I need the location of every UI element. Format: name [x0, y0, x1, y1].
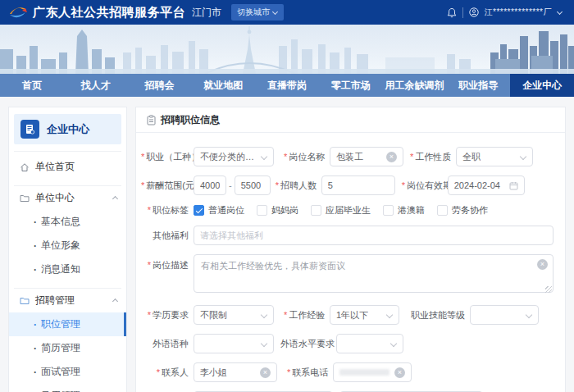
separator	[462, 7, 463, 18]
nav-item-find-talent[interactable]: 找人才	[64, 74, 128, 97]
salary-max-input[interactable]: 5500	[235, 175, 271, 195]
app-title: 广东人社公共招聘服务平台	[33, 5, 185, 21]
occupation-value: 不便分类的其他从业...	[200, 151, 257, 163]
education-select[interactable]: 不限制	[194, 305, 274, 325]
skill-level-label: 职业技能等级	[406, 309, 465, 321]
tag-label: 劳务协作	[452, 204, 488, 217]
username-masked[interactable]: 江**************厂	[485, 7, 552, 18]
current-city: 江门市	[192, 6, 221, 20]
sidebar-item-label: 面试管理	[41, 365, 80, 379]
sidebar-item-resume-management[interactable]: 简历管理	[9, 336, 126, 360]
nav-item-job-fair[interactable]: 招聘会	[128, 74, 192, 97]
salary-max-value: 5500	[241, 180, 264, 190]
salary-min-input[interactable]: 4000	[194, 175, 226, 195]
experience-value: 1年以下	[336, 309, 368, 321]
salary-min-value: 4000	[200, 180, 220, 190]
job-type-select[interactable]: 全职	[456, 147, 533, 166]
chevron-up-icon	[112, 298, 118, 303]
nav-item-gig-market[interactable]: 零工市场	[319, 74, 383, 97]
benefits-input-field[interactable]	[200, 230, 547, 240]
nav-item-live-jobs[interactable]: 直播带岗	[255, 74, 319, 97]
sidebar-item-position-management[interactable]: 职位管理	[9, 312, 126, 336]
experience-select[interactable]: 1年以下	[330, 305, 399, 325]
phone-label: 联系电话	[287, 367, 328, 379]
checkbox[interactable]	[311, 205, 321, 216]
valid-date-value: 2024-02-04	[454, 180, 509, 190]
sidebar-item-hiring-management[interactable]: 录用管理	[9, 384, 126, 392]
checkbox[interactable]	[257, 205, 267, 216]
user-avatar-icon	[469, 7, 479, 17]
switch-city-label: 切换城市	[237, 7, 270, 18]
education-label: 学历要求	[141, 309, 189, 321]
sidebar-item-notifications[interactable]: 消息通知	[9, 258, 126, 281]
switch-city-button[interactable]: 切换城市	[231, 4, 284, 21]
nav-item-employment-map[interactable]: 就业地图	[191, 74, 255, 97]
checkbox[interactable]	[194, 205, 204, 216]
job-name-input[interactable]: 包装工	[330, 147, 403, 166]
tag-label: 妈妈岗	[271, 204, 298, 217]
top-bar: 广东人社公共招聘服务平台 江门市 切换城市	[0, 0, 574, 25]
benefits-input[interactable]	[194, 226, 554, 245]
bell-icon[interactable]	[447, 7, 457, 18]
clear-icon[interactable]	[386, 152, 397, 162]
tag-label: 应届毕业生	[326, 204, 371, 217]
sidebar-item-unit-home[interactable]: 单位首页	[9, 155, 126, 179]
home-icon	[20, 162, 30, 172]
language-level-select[interactable]	[336, 334, 403, 353]
main-nav: 首页 找人才 招聘会 就业地图 直播带岗 零工市场 用工余缺调剂 职业指导 企业…	[0, 74, 574, 97]
headcount-input[interactable]: 5	[321, 175, 395, 195]
sidebar-item-label: 基本信息	[41, 215, 80, 229]
resize-grip[interactable]	[545, 286, 552, 293]
sidebar-group-recruit-management[interactable]: 招聘管理	[9, 289, 126, 312]
tag-checkbox-labor-coop[interactable]: 劳务协作	[437, 204, 488, 217]
nav-item-labor-adjustment[interactable]: 用工余缺调剂	[383, 74, 447, 97]
chevron-down-icon	[273, 10, 278, 15]
tag-label: 港澳籍	[398, 204, 425, 217]
form-row: 学历要求 不限制 工作经验 1年以下 职业技能等级	[141, 305, 555, 325]
foreign-language-select[interactable]	[194, 334, 274, 353]
headcount-value: 5	[328, 180, 389, 190]
phone-input[interactable]	[333, 362, 412, 382]
sidebar-item-label: 消息通知	[41, 262, 80, 276]
sidebar-item-label: 单位形象	[41, 239, 80, 253]
salary-separator: -	[229, 180, 232, 190]
sidebar-item-basic-info[interactable]: 基本信息	[9, 210, 126, 234]
doc-badge-icon	[20, 120, 39, 139]
contact-label: 联系人	[141, 367, 189, 379]
valid-date-picker[interactable]: 2024-02-04	[448, 175, 525, 195]
skill-level-select[interactable]	[470, 305, 539, 325]
tag-checkbox-hk-macau[interactable]: 港澳籍	[383, 204, 425, 217]
form-title: 招聘职位信息	[161, 113, 220, 127]
brand[interactable]: 广东人社公共招聘服务平台 江门市 切换城市	[8, 4, 284, 21]
chevron-down-icon	[390, 340, 397, 347]
education-value: 不限制	[200, 309, 227, 321]
panel-header: 招聘职位信息	[136, 107, 565, 133]
sidebar-group-unit-center[interactable]: 单位中心	[9, 186, 126, 210]
nav-item-enterprise-center[interactable]: 企业中心	[510, 74, 574, 97]
folder-icon	[20, 296, 30, 305]
salary-label: 薪酬范围(元)	[141, 180, 189, 192]
nav-item-career-guidance[interactable]: 职业指导	[446, 74, 510, 97]
tag-checkbox-mama[interactable]: 妈妈岗	[257, 204, 298, 217]
tag-checkbox-normal[interactable]: 普通岗位	[194, 204, 244, 217]
checkbox[interactable]	[383, 205, 394, 216]
chevron-down-icon[interactable]	[558, 10, 563, 15]
job-type-value: 全职	[462, 151, 481, 163]
checkbox[interactable]	[437, 205, 448, 216]
sidebar-item-label: 职位管理	[41, 317, 80, 331]
occupation-select[interactable]: 不便分类的其他从业...	[194, 147, 274, 166]
sidebar-item-unit-image[interactable]: 单位形象	[9, 234, 126, 258]
clear-icon[interactable]	[394, 367, 405, 378]
app-window: 广东人社公共招聘服务平台 江门市 切换城市	[0, 0, 574, 392]
description-textarea[interactable]	[194, 254, 554, 293]
nav-item-home[interactable]: 首页	[0, 74, 64, 97]
job-type-label: 工作性质	[410, 151, 451, 163]
sidebar-item-interview-management[interactable]: 面试管理	[9, 360, 126, 384]
clear-icon[interactable]	[260, 367, 271, 378]
form-row: 薪酬范围(元) 4000 - 5500 招聘人数 5 岗位有效期 2024-02…	[141, 175, 555, 195]
clear-icon[interactable]	[537, 259, 548, 270]
chevron-down-icon	[261, 312, 267, 318]
sidebar-item-label: 录用管理	[41, 389, 80, 392]
tag-checkbox-graduate[interactable]: 应届毕业生	[311, 204, 371, 217]
contact-input[interactable]: 李小姐	[194, 362, 277, 382]
